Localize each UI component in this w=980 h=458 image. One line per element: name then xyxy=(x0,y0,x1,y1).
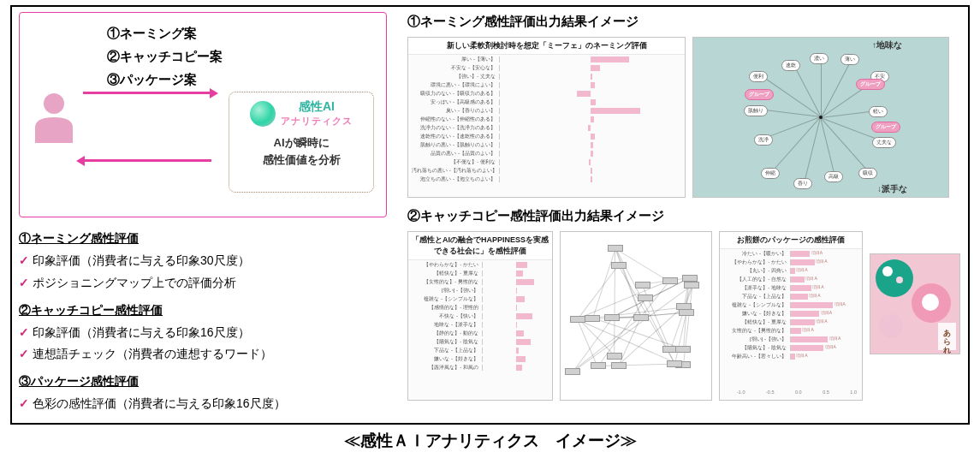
bar-row: 【派手な】- 地味な項目A xyxy=(720,283,862,292)
map-word: 速乾 xyxy=(781,60,800,71)
bar-row: 【強い】- 丈夫な xyxy=(408,72,685,80)
bar-label: 洗浄力のない -【洗浄力のある】 xyxy=(412,124,499,132)
network-node xyxy=(638,294,653,301)
bar-row: 肌触りの悪い -【肌触りのよい】 xyxy=(408,140,685,149)
network-node xyxy=(591,362,606,369)
bar-label: 品質の悪い -【品質のよい】 xyxy=(412,150,499,158)
bar-row: 【やわらかな】- かたい項目A xyxy=(720,258,862,266)
bar-label: 【丸い】- 四角い xyxy=(723,267,790,275)
flow-arrows xyxy=(83,81,220,162)
chart2b-title: お煎餅のパッケージの感性評価 xyxy=(720,232,862,249)
bar-row: [弱い] -【強い】 xyxy=(408,286,552,294)
bar-row: 臭い -【香りのよい】 xyxy=(408,106,685,115)
ai-analytics-box: 感性AI アナリティクス AIが瞬時に 感性価値を分析 xyxy=(229,92,374,193)
bar-row: [弱い] -【強い】項目A xyxy=(720,335,862,343)
bar-row: 複雑な -【シンプルな】項目A xyxy=(720,300,862,309)
network-node xyxy=(611,262,627,269)
bar-label: [弱い] -【強い】 xyxy=(412,287,482,294)
package-preview: あられ xyxy=(870,253,960,354)
map-word: 高級 xyxy=(824,171,843,182)
bar-row: 下品な -【上品な】項目A xyxy=(720,292,862,300)
section1-heading: ①ネーミング感性評価出力結果イメージ xyxy=(407,14,961,30)
map-word: 洗浄 xyxy=(754,134,773,146)
bar-label: 【陽気な】- 陰気な xyxy=(412,338,482,346)
network-node xyxy=(682,275,698,282)
bar-row: 洗浄力のない -【洗浄力のある】 xyxy=(408,123,685,132)
ai-brand-sub: アナリティクス xyxy=(281,115,353,128)
bar-row: 嫌いな -【好きな】 xyxy=(408,354,552,363)
bar-label: 吸収力のない -【吸収力のある】 xyxy=(412,90,499,98)
network-node xyxy=(611,362,627,369)
bar-row: 速乾性のない -【速乾性のある】 xyxy=(408,132,685,140)
detail-heading: ②キャッチコピー感性評価 xyxy=(19,300,395,322)
network-node xyxy=(604,314,620,321)
bar-label: 臭い -【香りのよい】 xyxy=(412,107,499,115)
package-label: あられ xyxy=(938,323,956,350)
bar-label: 速乾性のない -【速乾性のある】 xyxy=(412,133,499,140)
bar-label: 年齢高い -【若々しい】 xyxy=(723,353,790,360)
map-group: グループ xyxy=(745,89,774,100)
network-node xyxy=(662,277,678,284)
bar-label: 複雑な -【シンプルな】 xyxy=(723,301,790,309)
map-word: 吸収 xyxy=(858,168,877,179)
map-word: 軽い xyxy=(869,106,888,117)
map-word: 丈夫な xyxy=(872,137,896,148)
bar-label: 複雑な -【シンプルな】 xyxy=(412,295,482,303)
bar-row: 複雑な -【シンプルな】 xyxy=(408,294,552,303)
bar-label: 泡立ちの悪い -【泡立ちのよい】 xyxy=(412,175,499,183)
bar-label: 下品な -【上品な】 xyxy=(723,293,790,300)
ai-brand-main: 感性AI xyxy=(281,99,353,115)
detail-point: 連想語チェック（消費者の連想するワード） xyxy=(19,343,395,366)
bar-row: 嫌いな -【好きな】項目A xyxy=(720,309,862,318)
bar-row: 【やわらかな】- かたい xyxy=(408,260,552,269)
bar-row: 【陽気な】- 陰気な項目A xyxy=(720,343,862,352)
bar-label: 【やわらかな】- かたい xyxy=(723,259,790,266)
package-bar-chart: お煎餅のパッケージの感性評価 冷たい -【暖かい】項目A【やわらかな】- かたい… xyxy=(719,231,863,401)
chart1-title: 新しい柔軟剤検討時を想定「ミーフェ」のネーミング評価 xyxy=(408,38,685,55)
ai-desc: AIが瞬時に 感性価値を分析 xyxy=(236,134,366,168)
detail-heading: ③パッケージ感性評価 xyxy=(19,371,395,393)
person-icon xyxy=(32,90,76,145)
bar-label: 【人工的な】- 自然な xyxy=(723,276,790,283)
bar-label: 【静的な】- 動的な xyxy=(412,330,482,337)
bar-row: 女性的な -【男性的な】項目A xyxy=(720,326,862,335)
detail-point: 印象評価（消費者に与える印象30尺度） xyxy=(19,250,395,272)
bar-row: 不快な -【快い】 xyxy=(408,312,552,320)
bar-label: 【西洋風な】- 和風の xyxy=(412,364,482,372)
arrow-right-icon xyxy=(83,92,211,94)
bar-row: 【陽気な】- 陰気な xyxy=(408,337,552,346)
bar-row: 吸収力のない -【吸収力のある】 xyxy=(408,89,685,98)
network-node xyxy=(633,314,649,321)
bar-label: 女性的な -【男性的な】 xyxy=(723,327,790,335)
bar-label: 不快な -【快い】 xyxy=(412,312,482,320)
bar-label: 【軽快な】- 重厚な xyxy=(723,318,790,326)
map-note-bottom: ↓派手な xyxy=(877,183,907,195)
bar-row: 環境に悪い -【環境によい】 xyxy=(408,80,685,89)
bar-row: 【軽快な】- 重厚な項目A xyxy=(720,318,862,326)
input-item-naming: ①ネーミング案 xyxy=(107,21,376,45)
bar-row: 【女性的な】- 男性的な xyxy=(408,277,552,286)
network-node xyxy=(635,282,650,288)
network-node xyxy=(607,353,622,360)
bar-row: 厚い -【薄い】 xyxy=(408,55,685,63)
bar-row: 【静的な】- 動的な xyxy=(408,329,552,337)
bar-row: 伸縮性のない -【伸縮性のある】 xyxy=(408,115,685,123)
section2-heading: ②キャッチコピー感性評価出力結果イメージ xyxy=(407,208,961,224)
bar-row: 不安な -【安心な】 xyxy=(408,63,685,72)
bar-row: 品質の悪い -【品質のよい】 xyxy=(408,149,685,158)
arrow-left-icon xyxy=(83,159,211,162)
bar-row: 下品な -【上品な】 xyxy=(408,346,552,354)
bar-row: 冷たい -【暖かい】項目A xyxy=(720,249,862,258)
bar-row: 安っぽい -【高級感のある】 xyxy=(408,98,685,106)
bar3-x-axis: -1.0-0.50.00.51.0 xyxy=(737,390,857,396)
bar-row: 【不便な】- 便利な xyxy=(408,158,685,166)
map-word: 伸縮 xyxy=(761,168,780,179)
flow-box: ①ネーミング案 ②キャッチコピー案 ③パッケージ案 xyxy=(19,12,387,217)
network-node xyxy=(570,316,585,323)
map-group: グループ xyxy=(856,79,885,90)
bar-row: 【丸い】- 四角い項目A xyxy=(720,266,862,275)
network-node xyxy=(675,346,691,353)
bar-label: 【女性的な】- 男性的な xyxy=(412,278,482,286)
detail-list: ①ネーミング感性評価印象評価（消費者に与える印象30尺度）ポジショニングマップ上… xyxy=(19,228,395,415)
ai-logo-icon xyxy=(250,101,276,127)
